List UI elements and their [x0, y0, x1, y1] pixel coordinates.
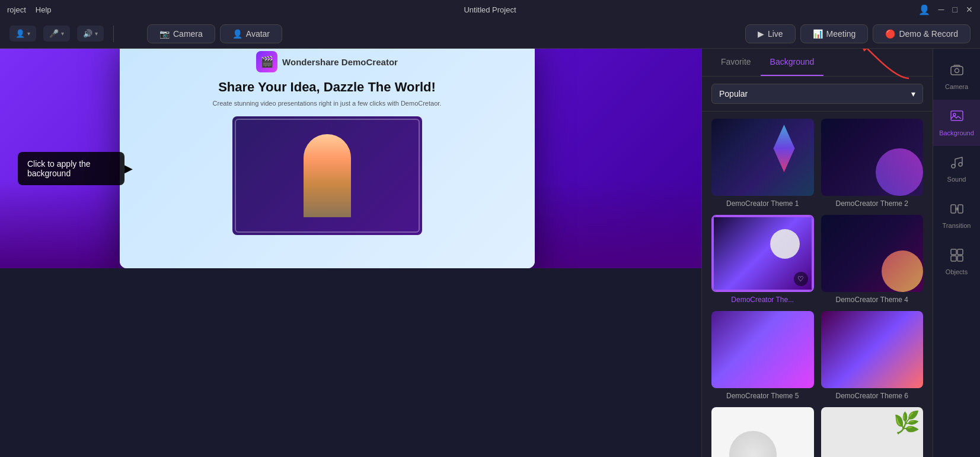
mic-button[interactable]: 🎤 ▾	[43, 26, 70, 42]
camera-icon: 📷	[159, 29, 170, 39]
chevron-down-icon: ▾	[911, 89, 915, 99]
user-icon[interactable]: 👤	[918, 4, 930, 15]
close-button[interactable]: ✕	[966, 5, 973, 14]
preview-card-inner: 🎬 Wondershare DemoCreator Share Your Ide…	[120, 49, 535, 268]
transition-sidebar-label: Transition	[943, 222, 971, 229]
toolbar-main-buttons: 📷 Camera 👤 Avatar	[147, 24, 282, 43]
svg-point-6	[959, 163, 962, 166]
bg-thumb-theme6[interactable]	[821, 311, 924, 388]
bg-label-theme5: DemoCreator Theme 5	[711, 392, 814, 400]
theme1-preview	[711, 119, 814, 196]
menu-help[interactable]: Help	[36, 5, 52, 14]
bg-thumb-theme4[interactable]	[821, 215, 924, 292]
sidebar-item-transition[interactable]: Transition	[933, 192, 980, 239]
svg-rect-9	[951, 249, 956, 255]
sidebar-item-sound[interactable]: Sound	[933, 146, 980, 192]
preview-panel-wrapper: 🎬 Wondershare DemoCreator Share Your Ide…	[0, 49, 701, 457]
theme4-preview	[821, 215, 924, 292]
svg-rect-8	[958, 205, 963, 213]
callout-box: Click to apply the background	[18, 152, 125, 185]
camera-button[interactable]: 📷 Camera	[147, 24, 215, 43]
sidebar-item-background[interactable]: Background	[933, 100, 980, 146]
preview-panel: 🎬 Wondershare DemoCreator Share Your Ide…	[0, 49, 701, 268]
background-tab[interactable]: Background	[761, 49, 824, 76]
camera-sidebar-icon	[950, 63, 964, 81]
meeting-icon: 📊	[813, 29, 823, 39]
bg-thumb-theme2[interactable]	[821, 119, 924, 196]
live-button[interactable]: ▶ Live	[745, 24, 796, 43]
theme2-preview	[821, 119, 924, 196]
leaves-preview	[821, 407, 924, 457]
bg-label-theme1: DemoCreator Theme 1	[711, 199, 814, 208]
preview-subtext: Create stunning video presentations righ…	[213, 100, 442, 107]
demo-record-button[interactable]: 🔴 Demo & Record	[873, 24, 971, 43]
transition-sidebar-icon	[950, 202, 964, 220]
bg-thumb-theme1[interactable]	[711, 119, 814, 196]
logo-icon: 🎬	[256, 51, 277, 72]
mic-icon: 🎤	[49, 29, 59, 38]
theme7-preview	[711, 407, 814, 457]
sidebar-item-camera[interactable]: Camera	[933, 53, 980, 100]
meeting-button[interactable]: 📊 Meeting	[800, 24, 869, 43]
bg-label-theme6: DemoCreator Theme 6	[821, 392, 924, 400]
arrow-annotation	[861, 49, 921, 84]
sound-sidebar-icon	[950, 155, 964, 173]
background-panel: Favorite Background Popular ▾ DemoCreato…	[701, 49, 933, 457]
bg-item-theme3[interactable]: ♡ DemoCreator The...	[711, 215, 814, 304]
objects-sidebar-label: Objects	[946, 268, 968, 275]
toolbar-separator	[113, 26, 114, 42]
svg-rect-12	[957, 256, 963, 261]
preview-headline: Share Your Idea, Dazzle The World!	[218, 80, 436, 95]
svg-rect-7	[951, 205, 956, 213]
logo-text: Wondershare DemoCreator	[282, 57, 398, 67]
right-panels: Favorite Background Popular ▾ DemoCreato…	[701, 49, 980, 457]
bg-item-leaves[interactable]: Leaves	[821, 407, 924, 457]
chevron-down-icon: ▾	[61, 30, 64, 37]
title-bar-center: Untitled Project	[464, 5, 516, 14]
bg-thumb-theme3[interactable]: ♡	[711, 215, 814, 292]
filter-selected-value: Popular	[719, 89, 748, 99]
svg-point-5	[952, 164, 955, 168]
bg-item-theme5[interactable]: DemoCreator Theme 5	[711, 311, 814, 400]
user-icon: 👤	[15, 29, 25, 38]
bg-label-theme4: DemoCreator Theme 4	[821, 296, 924, 304]
heart-icon[interactable]: ♡	[794, 272, 808, 286]
bg-item-theme4[interactable]: DemoCreator Theme 4	[821, 215, 924, 304]
camera-sidebar-label: Camera	[945, 83, 968, 90]
record-icon: 🔴	[885, 29, 895, 39]
svg-rect-3	[951, 111, 963, 120]
avatar-button[interactable]: 👤 Avatar	[220, 24, 282, 43]
bg-thumb-theme7[interactable]	[711, 407, 814, 457]
speaker-icon: 🔊	[83, 29, 92, 38]
svg-rect-10	[957, 249, 963, 255]
bg-label-theme2: DemoCreator Theme 2	[821, 199, 924, 208]
icon-sidebar: Camera Background	[933, 49, 980, 457]
preview-card: 🎬 Wondershare DemoCreator Share Your Ide…	[120, 49, 535, 268]
title-bar-left: roject Help	[7, 5, 52, 14]
user-settings-button[interactable]: 👤 ▾	[9, 26, 36, 42]
favorite-tab[interactable]: Favorite	[711, 49, 761, 76]
camera-label: Camera	[173, 29, 203, 39]
bg-thumb-theme5[interactable]	[711, 311, 814, 388]
toolbar-right-buttons: ▶ Live 📊 Meeting 🔴 Demo & Record	[745, 24, 971, 43]
theme6-preview	[821, 311, 924, 388]
background-sidebar-label: Background	[939, 129, 974, 137]
bg-thumb-leaves[interactable]	[821, 407, 924, 457]
theme5-preview	[711, 311, 814, 388]
menu-project[interactable]: roject	[7, 5, 26, 14]
sound-sidebar-label: Sound	[947, 176, 966, 183]
speaker-button[interactable]: 🔊 ▾	[77, 26, 104, 42]
bg-item-theme2[interactable]: DemoCreator Theme 2	[821, 119, 924, 208]
sidebar-item-objects[interactable]: Objects	[933, 239, 980, 285]
bg-item-theme1[interactable]: DemoCreator Theme 1	[711, 119, 814, 208]
bg-item-theme7[interactable]: DemoCreator Theme 7	[711, 407, 814, 457]
live-icon: ▶	[758, 29, 764, 39]
avatar-icon: 👤	[232, 29, 242, 39]
filter-dropdown[interactable]: Popular ▾	[711, 84, 923, 104]
bg-item-theme6[interactable]: DemoCreator Theme 6	[821, 311, 924, 400]
avatar-label: Avatar	[246, 29, 270, 39]
maximize-button[interactable]: □	[953, 5, 957, 14]
title-bar: roject Help Untitled Project 👤 ─ □ ✕	[0, 0, 980, 19]
minimize-button[interactable]: ─	[938, 5, 944, 14]
chevron-down-icon: ▾	[27, 30, 30, 37]
